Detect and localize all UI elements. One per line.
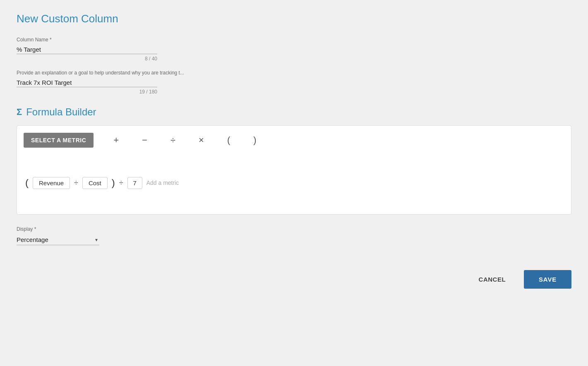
- description-char-count: 19 / 180: [17, 89, 157, 95]
- expr-cost-metric[interactable]: Cost: [82, 177, 108, 189]
- page-title: New Custom Column: [17, 12, 571, 25]
- column-name-input[interactable]: [17, 45, 157, 54]
- add-metric-placeholder[interactable]: Add a metric: [146, 179, 179, 186]
- formula-container: SELECT A METRIC + − ÷ × ( ) ( Revenue ÷ …: [17, 125, 571, 215]
- description-group: Provide an explanation or a goal to help…: [17, 70, 571, 95]
- sigma-icon: Σ: [17, 107, 22, 117]
- formula-expression: ( Revenue ÷ Cost ) ÷ 7 Add a metric: [24, 158, 564, 208]
- expr-op2: ÷: [119, 179, 123, 187]
- footer-buttons: CANCEL SAVE: [17, 270, 571, 297]
- description-input[interactable]: [17, 78, 157, 87]
- operator-plus-button[interactable]: +: [102, 132, 130, 148]
- expr-op1: ÷: [74, 179, 78, 187]
- formula-builder-header: Σ Formula Builder: [17, 106, 571, 118]
- operator-multiply-button[interactable]: ×: [187, 132, 216, 148]
- operator-minus-button[interactable]: −: [130, 132, 159, 148]
- save-button[interactable]: SAVE: [524, 270, 571, 289]
- operator-open-paren-button[interactable]: (: [216, 132, 242, 148]
- column-name-group: Column Name * 8 / 40: [17, 37, 571, 62]
- display-field-group: Display * Percentage Number Currency ▾: [17, 226, 571, 245]
- cancel-button[interactable]: CANCEL: [467, 270, 518, 289]
- display-label: Display *: [17, 226, 571, 232]
- display-select-wrapper: Percentage Number Currency ▾: [17, 234, 99, 245]
- formula-builder-title: Formula Builder: [26, 106, 96, 118]
- operator-close-paren-button[interactable]: ): [242, 132, 268, 148]
- column-name-label: Column Name *: [17, 37, 571, 43]
- expr-revenue-metric[interactable]: Revenue: [33, 177, 70, 189]
- expr-number[interactable]: 7: [127, 177, 142, 189]
- description-label: Provide an explanation or a goal to help…: [17, 70, 571, 76]
- column-name-char-count: 8 / 40: [17, 56, 157, 62]
- formula-toolbar: SELECT A METRIC + − ÷ × ( ): [24, 132, 564, 148]
- select-metric-button[interactable]: SELECT A METRIC: [24, 133, 94, 148]
- display-select[interactable]: Percentage Number Currency: [17, 234, 99, 245]
- expr-open-paren-1: (: [25, 177, 29, 189]
- operator-divide-button[interactable]: ÷: [159, 132, 187, 148]
- expr-close-paren-1: ): [112, 177, 115, 189]
